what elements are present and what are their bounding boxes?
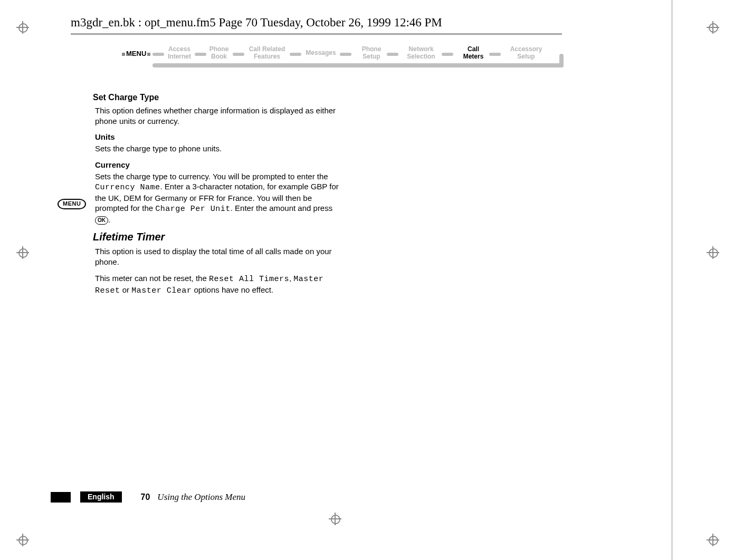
text: .: [108, 215, 110, 224]
crop-line-right: [672, 0, 672, 560]
footer-language-badge: English: [80, 491, 122, 503]
menu-item-line2: Features: [254, 53, 280, 60]
registration-mark-icon: [707, 21, 719, 34]
registration-mark-icon: [16, 21, 29, 34]
footer-tab-icon: [51, 492, 71, 503]
subheading-currency: Currency: [95, 160, 339, 169]
menu-breadcrumb-banner: MENU Access Internet Phone Book Call Rel…: [121, 45, 564, 77]
paragraph-units: Sets the charge type to phone units.: [95, 143, 339, 154]
ok-button-icon: OK: [95, 216, 108, 225]
registration-mark-icon: [16, 534, 29, 546]
lcd-charge-per-unit: Charge Per Unit: [155, 205, 231, 214]
menu-item-line1: Call Related: [249, 45, 285, 53]
paragraph-currency: Sets the charge type to currency. You wi…: [95, 171, 339, 225]
menu-item-line1: Accessory: [510, 45, 542, 53]
registration-mark-icon: [707, 246, 719, 259]
text: This meter can not be reset, the: [95, 274, 209, 283]
menu-connector-icon: [195, 53, 206, 56]
paragraph-lifetime-1: This option is used to display the total…: [95, 246, 339, 267]
menu-item-accessory-setup: Accessory Setup: [506, 45, 546, 60]
lcd-currency-name: Currency Name: [95, 183, 160, 192]
text: Sets the charge type to currency. You wi…: [95, 172, 328, 181]
menu-item-line1: Phone: [209, 45, 229, 53]
menu-item-phone-setup: Phone Setup: [358, 45, 385, 60]
menu-connector-icon: [489, 53, 501, 56]
menu-item-network-selection: Network Selection: [403, 45, 440, 60]
menu-item-line2: Selection: [407, 53, 435, 60]
text: . Enter the amount and press: [231, 204, 332, 213]
paragraph-lifetime-2: This meter can not be reset, the Reset A…: [95, 273, 339, 296]
lcd-master-clear: Master Clear: [131, 286, 192, 295]
page-header-line: m3gdr_en.bk : opt_menu.fm5 Page 70 Tuesd…: [71, 16, 442, 30]
subheading-units: Units: [95, 132, 339, 141]
lcd-reset-all-timers: Reset All Timers: [209, 275, 289, 284]
menu-item-line2: Meters: [463, 53, 484, 60]
menu-item-line1: Phone: [362, 45, 382, 53]
registration-mark-icon: [329, 513, 341, 525]
menu-badge-icon: MENU: [58, 199, 86, 209]
registration-mark-icon: [707, 534, 719, 546]
paragraph-set-charge-type: This option defines whether charge infor…: [95, 105, 339, 126]
menu-item-line1: Call: [468, 45, 479, 53]
body-column: Set Charge Type This option defines whet…: [95, 93, 339, 302]
header-rule: [71, 34, 562, 34]
menu-item-line2: Book: [211, 53, 227, 60]
menu-connector-icon: [152, 53, 164, 56]
text: options have no effect.: [192, 285, 273, 294]
page-footer: English 70 Using the Options Menu: [51, 491, 245, 503]
menu-connector-icon: [387, 53, 398, 56]
section-title: Using the Options Menu: [157, 492, 245, 503]
menu-item-messages: Messages: [302, 49, 339, 56]
menu-item-line1: Access: [168, 45, 190, 53]
menu-item-call-related-features: Call Related Features: [244, 45, 290, 60]
menu-item-line2: Internet: [168, 53, 191, 60]
heading-set-charge-type: Set Charge Type: [93, 93, 339, 102]
menu-connector-icon: [233, 53, 244, 56]
page-number: 70: [141, 493, 150, 502]
menu-item-call-meters: Call Meters: [459, 45, 488, 60]
menu-connector-icon: [442, 53, 453, 56]
menu-connector-icon: [290, 53, 301, 56]
text: or: [120, 285, 132, 294]
menu-connector-icon: [340, 53, 351, 56]
menu-item-line1: Messages: [306, 49, 336, 56]
menu-root-label: MENU: [121, 50, 151, 57]
registration-mark-icon: [16, 246, 29, 259]
menu-track: [152, 63, 564, 67]
menu-item-line1: Network: [408, 45, 433, 53]
menu-item-phone-book: Phone Book: [206, 45, 232, 60]
heading-lifetime-timer: Lifetime Timer: [93, 231, 339, 243]
menu-item-line2: Setup: [363, 53, 380, 60]
menu-track-end: [559, 54, 564, 67]
menu-item-access-internet: Access Internet: [164, 45, 195, 60]
menu-item-line2: Setup: [517, 53, 535, 60]
